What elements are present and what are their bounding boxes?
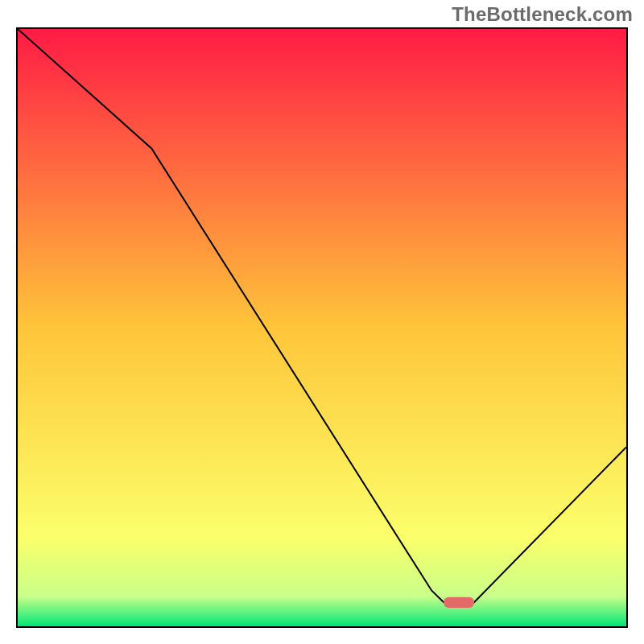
watermark-text: TheBottleneck.com <box>452 3 633 26</box>
optimal-range-highlight <box>444 597 474 608</box>
plot-area <box>16 27 628 628</box>
container: TheBottleneck.com <box>0 0 644 644</box>
background-rect <box>18 29 626 626</box>
chart-svg <box>18 29 626 626</box>
